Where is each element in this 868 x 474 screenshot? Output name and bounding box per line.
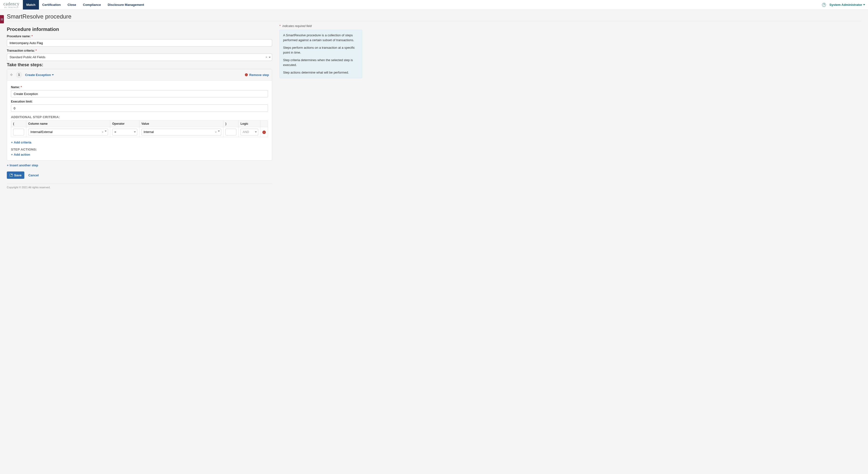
plus-icon: + [11,141,13,144]
nav-tab-label: Match [26,3,35,7]
nav-tab-label: Close [67,3,76,7]
remove-step-link[interactable]: Remove step [249,73,269,77]
required-star: * [35,49,37,52]
top-navbar: cadency BY TRINTECH Match Certification … [0,0,868,10]
section-take-steps: Take these steps: [7,62,272,67]
info-p4: Step actions determine what will be perf… [283,70,359,75]
nav-tab-close[interactable]: Close [64,0,79,9]
close-paren-input[interactable] [225,128,236,136]
step-type-dropdown[interactable]: Create Exception [25,73,54,77]
step-card: ✥ 1 Create Exception – Remove step Name:… [7,69,272,160]
open-paren-input[interactable] [13,128,24,136]
main-column: Procedure information Procedure name: * … [7,24,272,189]
chevron-down-icon[interactable] [134,131,136,133]
footer-copyright: Copyright © 2021 All rights reserved. [7,186,272,189]
required-star: * [21,86,22,89]
operator-select[interactable] [112,128,137,136]
col-open-paren: ( [11,121,26,127]
chevron-down-icon[interactable] [255,131,257,133]
add-action-label: Add action [14,153,30,156]
section-procedure-info: Procedure information [7,27,272,32]
execution-limit-input[interactable] [11,105,268,112]
save-label: Save [14,173,22,177]
clear-icon[interactable]: × [102,130,103,134]
label-text: Transaction criteria: [7,49,35,52]
col-value: Value [140,121,223,127]
nav-tab-certification[interactable]: Certification [39,0,64,9]
plus-icon: + [11,153,13,156]
save-icon [10,174,13,177]
remove-criteria-row-button[interactable]: – [262,130,266,134]
user-menu-label: System Administrator [829,3,862,7]
required-note-text: indicates required field [282,24,312,28]
clear-icon[interactable]: × [266,56,267,59]
info-p1: A SmartResolve procedure is a collection… [283,33,359,42]
add-action-link[interactable]: + Add action [11,153,268,156]
chevron-down-icon[interactable] [105,130,106,132]
sidebar-toggle[interactable] [0,15,4,23]
info-p2: Steps perform actions on a transaction a… [283,45,359,55]
page-title: SmartResolve procedure [7,13,861,20]
help-glyph: ? [823,3,825,6]
criteria-row: × [11,127,268,137]
cancel-link[interactable]: Cancel [28,173,39,177]
brand-byline: BY TRINTECH [4,7,18,8]
brand-name: cadency [3,1,20,7]
nav-tab-match[interactable]: Match [23,0,39,9]
page: SmartResolve procedure Procedure informa… [0,10,868,194]
value-select[interactable]: × [142,128,221,136]
drag-handle-icon[interactable]: ✥ [10,73,13,77]
label-procedure-name: Procedure name: * [7,35,272,38]
step-number-badge: 1 [16,71,22,78]
nav-tab-label: Disclosure Management [107,3,144,7]
value-value [142,128,221,136]
remove-step-label: Remove step [249,73,269,77]
step-name-input[interactable] [11,90,268,97]
insert-step-link[interactable]: + Insert another step [7,164,272,167]
step-body: Name: * Execution limit: ADDITIONAL STEP… [7,81,272,160]
operator-value [112,128,137,136]
col-column-name: Column name [26,121,110,127]
nav-tab-disclosure[interactable]: Disclosure Management [104,0,148,9]
info-p3: Step criteria determines when the select… [283,58,359,67]
transaction-criteria-select[interactable]: Standard Public All Fields × [7,54,272,61]
nav-right: ? System Administrator [822,3,868,7]
add-criteria-label: Add criteria [14,141,31,144]
label-step-name: Name: * [11,86,268,89]
heading-additional-criteria: ADDITIONAL STEP CRITERIA: [11,115,268,119]
step-header: ✥ 1 Create Exception – Remove step [7,69,272,81]
criteria-header-row: ( Column name Operator Value ) Logic [11,121,268,127]
plus-icon: + [7,164,9,167]
minus-circle-icon: – [245,73,248,76]
col-remove [260,121,268,127]
label-text: Execution limit: [11,100,33,103]
nav-tab-compliance[interactable]: Compliance [80,0,104,9]
cancel-label: Cancel [28,173,39,177]
label-execution-limit: Execution limit: [11,100,268,103]
logic-select[interactable] [241,128,258,136]
save-button[interactable]: Save [7,172,24,179]
column-name-select[interactable]: × [28,128,108,136]
col-close-paren: ) [223,121,239,127]
chevron-down-icon[interactable] [218,130,220,132]
chevron-down-icon [863,4,865,5]
required-star: * [279,24,281,28]
chevron-down-icon[interactable] [269,57,271,58]
info-panel: A SmartResolve procedure is a collection… [279,30,362,78]
col-operator: Operator [110,121,140,127]
label-transaction-criteria: Transaction criteria: * [7,49,272,52]
hamburger-icon [1,19,3,20]
label-text: Procedure name: [7,35,31,38]
insert-step-label: Insert another step [10,164,38,167]
clear-icon[interactable]: × [215,130,217,134]
procedure-name-input[interactable] [7,39,272,47]
side-column: * indicates required field A SmartResolv… [279,24,362,189]
add-criteria-link[interactable]: + Add criteria [11,141,268,144]
col-logic: Logic [239,121,260,127]
required-star: * [31,35,33,38]
form-actions: Save Cancel [7,172,272,179]
help-icon[interactable]: ? [822,3,826,7]
title-rule [7,21,861,21]
user-menu[interactable]: System Administrator [829,3,865,7]
heading-step-actions: STEP ACTIONS: [11,148,268,151]
